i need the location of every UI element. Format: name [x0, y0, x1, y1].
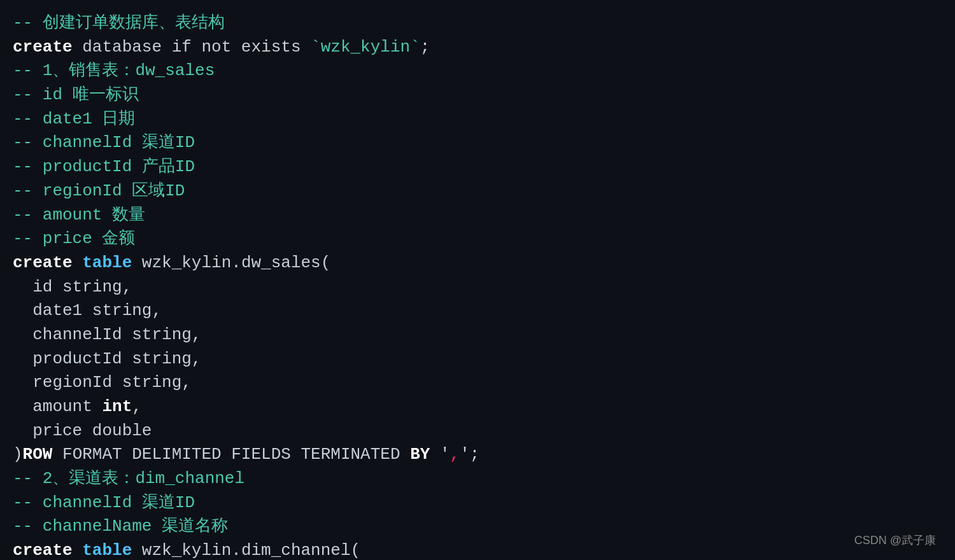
code-token: table	[82, 253, 132, 272]
code-line: amount int,	[13, 395, 942, 419]
code-token: regionId string,	[13, 373, 192, 392]
comment-text: -- regionId 区域ID	[13, 181, 185, 200]
code-token: BY	[410, 445, 430, 464]
code-line: -- channelName 渠道名称	[13, 515, 942, 539]
code-token: ,	[132, 397, 142, 416]
code-token	[73, 541, 83, 560]
code-line: -- channelId 渠道ID	[13, 491, 942, 515]
code-line: -- 2、渠道表：dim_channel	[13, 467, 942, 491]
code-line: create database if not exists `wzk_kylin…	[13, 36, 942, 60]
comment-text: -- amount 数量	[13, 206, 145, 225]
comment-text: -- channelId 渠道ID	[13, 493, 195, 512]
code-line: create table wzk_kylin.dw_sales(	[13, 251, 942, 276]
comment-text: -- price 金额	[13, 229, 135, 248]
code-line: productId string,	[13, 347, 942, 372]
code-token: wzk_kylin.dw_sales(	[132, 253, 330, 272]
code-token: productId string,	[13, 349, 201, 368]
code-token: channelId string,	[13, 325, 201, 344]
code-line: -- price 金额	[13, 227, 942, 251]
code-block: -- 创建订单数据库、表结构create database if not exi…	[13, 11, 942, 560]
comment-text: -- channelName 渠道名称	[13, 517, 228, 536]
code-line: date1 string,	[13, 299, 942, 323]
code-line: regionId string,	[13, 371, 942, 395]
code-token: ROW	[23, 445, 53, 464]
code-token: if not exists	[172, 38, 301, 57]
code-line: )ROW FORMAT DELIMITED FIELDS TERMINATED …	[13, 443, 942, 467]
code-token: FORMAT DELIMITED FIELDS TERMINATED	[52, 445, 410, 464]
code-token: amount	[13, 397, 102, 416]
code-line: -- date1 日期	[13, 108, 942, 132]
code-token: `wzk_kylin`	[301, 38, 420, 57]
code-line: -- 1、销售表：dw_sales	[13, 59, 942, 83]
code-token: date1 string,	[13, 301, 162, 320]
code-token: )	[13, 445, 23, 464]
code-line: -- channelId 渠道ID	[13, 131, 942, 155]
code-token: table	[82, 541, 132, 560]
code-token: create	[13, 38, 73, 57]
code-line: -- amount 数量	[13, 204, 942, 228]
comment-text: -- channelId 渠道ID	[13, 133, 195, 152]
watermark: CSDN @武子康	[854, 532, 936, 549]
code-line: create table wzk_kylin.dim_channel(	[13, 539, 942, 560]
code-token: create	[13, 541, 73, 560]
comment-text: -- 创建订单数据库、表结构	[13, 13, 225, 32]
code-line: -- regionId 区域ID	[13, 179, 942, 204]
comment-text: -- 1、销售表：dw_sales	[13, 61, 215, 80]
code-token: ';	[460, 445, 479, 464]
comment-text: -- date1 日期	[13, 109, 135, 129]
code-token: ,	[450, 445, 460, 464]
comment-text: -- id 唯一标识	[13, 85, 139, 104]
code-token: int	[102, 397, 132, 416]
code-line: -- 创建订单数据库、表结构	[13, 11, 942, 36]
code-token: create	[13, 253, 73, 272]
code-editor: -- 创建订单数据库、表结构create database if not exi…	[0, 0, 955, 560]
code-token: id string,	[13, 277, 132, 297]
code-token: wzk_kylin.dim_channel(	[132, 541, 360, 560]
code-line: channelId string,	[13, 323, 942, 347]
code-token: '	[430, 445, 449, 464]
code-line: -- productId 产品ID	[13, 155, 942, 179]
code-token: ;	[420, 38, 430, 57]
code-token: price double	[13, 421, 152, 440]
comment-text: -- 2、渠道表：dim_channel	[13, 469, 244, 488]
code-token	[73, 253, 83, 272]
code-line: price double	[13, 419, 942, 444]
code-token: database	[73, 38, 172, 57]
code-line: -- id 唯一标识	[13, 83, 942, 108]
code-line: id string,	[13, 276, 942, 300]
comment-text: -- productId 产品ID	[13, 157, 195, 176]
